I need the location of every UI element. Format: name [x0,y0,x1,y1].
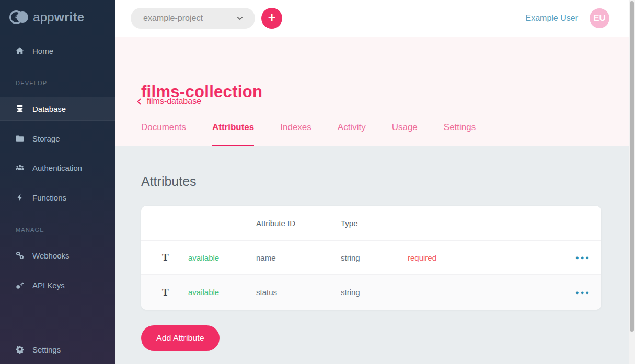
required-badge: required [408,253,559,262]
sidebar-item-authentication[interactable]: Authentication [0,156,115,180]
project-selector-value: example-project [143,14,203,23]
sidebar-item-api-keys[interactable]: API Keys [0,273,115,297]
tab-usage[interactable]: Usage [392,122,418,146]
appwrite-logo-icon [9,10,28,24]
folder-icon [16,134,24,143]
logo-text-app: app [33,10,54,24]
table-header-row: Attribute ID Type [141,206,601,240]
sidebar-item-label: Home [32,46,53,55]
add-project-button[interactable]: + [261,8,282,29]
column-header-type: Type [341,219,408,228]
sidebar-item-label: Settings [32,345,61,354]
sidebar-item-label: Functions [32,193,66,202]
attribute-id-value: name [256,253,341,262]
topbar: example-project + Example User EU [115,0,629,37]
appwrite-logo-text: appwrite [33,10,84,25]
project-selector[interactable]: example-project [131,8,255,29]
sidebar-item-database[interactable]: Database [0,97,115,121]
column-header-attribute-id: Attribute ID [256,219,341,228]
tab-indexes[interactable]: Indexes [280,122,311,146]
home-icon [16,46,24,55]
user-name-link[interactable]: Example User [526,14,578,23]
table-row: T available status string ●●● [141,275,601,310]
sidebar-item-label: API Keys [32,281,65,290]
sidebar-section-develop: DEVELOP [16,80,47,86]
string-type-icon: T [162,287,188,298]
sidebar-section-manage: MANAGE [16,227,44,233]
sidebar-item-functions[interactable]: Functions [0,185,115,209]
sidebar-item-settings[interactable]: Settings [0,337,115,361]
main-area: example-project + Example User EU films-… [115,0,629,364]
tab-bar: Documents Attributes Indexes Activity Us… [141,122,476,146]
key-icon [16,281,24,289]
sidebar-item-label: Webhooks [32,251,70,260]
logo-text-write: write [54,10,85,24]
appwrite-logo[interactable]: appwrite [9,10,84,25]
status-badge: available [188,288,256,297]
gear-icon [16,345,24,354]
sidebar-item-home[interactable]: Home [0,39,115,63]
add-attribute-button[interactable]: Add Attribute [141,325,220,351]
row-actions-menu-icon[interactable]: ●●● [559,254,591,261]
page-title: films-collection [141,83,262,101]
vertical-scrollbar[interactable] [629,0,635,364]
logo-spark-glyph [14,15,19,20]
lightning-icon [16,193,24,202]
sidebar-item-label: Database [32,104,66,113]
users-icon [16,163,24,172]
tab-settings[interactable]: Settings [444,122,476,146]
sidebar-item-label: Storage [32,134,60,143]
sidebar-item-label: Authentication [32,163,82,172]
row-actions-menu-icon[interactable]: ●●● [559,289,591,296]
user-zone: Example User EU [526,8,609,28]
sidebar: appwrite Home DEVELOP Database Storage A… [0,0,115,364]
string-type-icon: T [162,252,188,263]
attribute-id-value: status [256,288,341,297]
logo-circle-ring [9,10,23,24]
section-heading: Attributes [141,174,197,189]
sidebar-item-webhooks[interactable]: Webhooks [0,243,115,267]
page-header: films-database films-collection Document… [115,37,629,146]
user-avatar[interactable]: EU [590,8,609,28]
sidebar-item-storage[interactable]: Storage [0,126,115,150]
database-icon [16,104,24,113]
chevron-down-icon [236,15,244,22]
tab-documents[interactable]: Documents [141,122,186,146]
attribute-type-value: string [341,288,408,297]
table-row: T available name string required ●●● [141,240,601,275]
attributes-table-card: Attribute ID Type T available name strin… [141,206,601,310]
status-badge: available [188,253,256,262]
content-area: Attributes Attribute ID Type T available… [115,146,629,364]
tab-activity[interactable]: Activity [338,122,366,146]
attribute-type-value: string [341,253,408,262]
scrollbar-thumb[interactable] [630,1,634,332]
tab-attributes[interactable]: Attributes [212,122,254,146]
sidebar-divider [0,334,115,334]
link-icon [16,251,24,260]
